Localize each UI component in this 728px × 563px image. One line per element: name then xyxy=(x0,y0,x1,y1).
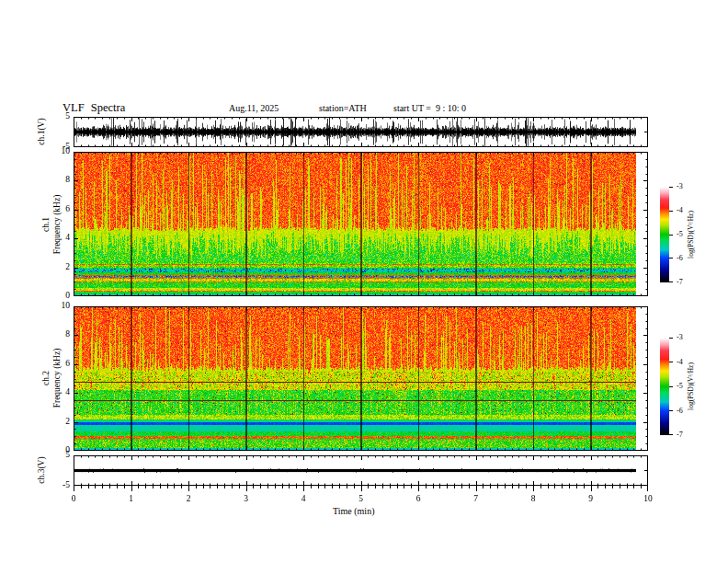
tick-label: 5 xyxy=(51,111,70,121)
tick-label: 7 xyxy=(465,494,487,503)
tick-label: 8 xyxy=(522,494,544,503)
tick-label: -3 xyxy=(677,333,683,341)
ch3-waveform-canvas xyxy=(74,455,648,486)
figure-title: VLF Spectra xyxy=(63,101,125,115)
tick-label: 4 xyxy=(51,387,70,396)
spec2-frequency-label: Frequency (kHz) xyxy=(52,349,62,408)
tick-label: 2 xyxy=(177,494,199,503)
spec2-channel-label: ch.2 xyxy=(41,371,51,385)
tick-label: 6 xyxy=(51,359,70,368)
colorbar1-label: log(PSD)(V²/Hz) xyxy=(687,211,695,259)
tick-label: 2 xyxy=(51,417,70,426)
tick-label: -5 xyxy=(51,142,70,151)
tick-label: -7 xyxy=(677,278,683,286)
tick-label: -3 xyxy=(677,182,683,190)
spec1-channel-label: ch.1 xyxy=(41,217,51,232)
tick-label: -5 xyxy=(677,230,683,238)
tick-label: -4 xyxy=(677,206,683,214)
tick-label: 10 xyxy=(637,494,659,503)
tick-label: 6 xyxy=(51,204,70,213)
tick-label: 5 xyxy=(350,494,372,503)
ch1-spectrogram-canvas xyxy=(74,152,648,296)
tick-label: -6 xyxy=(677,254,683,262)
tick-label: -4 xyxy=(677,358,683,366)
tick-label: 10 xyxy=(51,301,70,310)
colorbar2-label: log(PSD)(V²/Hz) xyxy=(687,362,695,410)
tick-label: 8 xyxy=(51,175,70,184)
ch3-voltage-axis-label: ch.3(V) xyxy=(37,456,46,483)
tick-label: 3 xyxy=(235,494,257,503)
tick-label: 5 xyxy=(51,450,70,459)
station-label: station=ATH xyxy=(319,103,367,113)
ch1-waveform-canvas xyxy=(74,117,648,147)
colorbar-ch2 xyxy=(660,338,674,435)
colorbar-ch1 xyxy=(660,187,674,282)
tick-label: -7 xyxy=(677,431,683,439)
vlf-spectra-figure: VLF Spectra Aug.11, 2025 station=ATH sta… xyxy=(0,0,728,563)
tick-label: 0 xyxy=(51,291,70,300)
tick-label: -6 xyxy=(677,407,683,415)
tick-label: -5 xyxy=(677,382,683,390)
tick-label: 4 xyxy=(292,494,314,503)
start-ut-label: start UT = 9 : 10: 0 xyxy=(393,103,466,113)
tick-label: -5 xyxy=(51,480,70,489)
tick-label: 0 xyxy=(63,494,85,503)
ch2-spectrogram-canvas xyxy=(74,306,648,451)
tick-label: 1 xyxy=(120,494,142,503)
ch1-voltage-axis-label: ch.1(V) xyxy=(37,118,46,144)
tick-label: 8 xyxy=(51,329,70,339)
tick-label: 6 xyxy=(407,494,429,503)
tick-label: 2 xyxy=(51,262,70,271)
tick-label: 4 xyxy=(51,233,70,242)
tick-label: 9 xyxy=(580,494,602,503)
time-axis-label: Time (min) xyxy=(333,506,374,516)
date-label: Aug.11, 2025 xyxy=(229,103,279,113)
